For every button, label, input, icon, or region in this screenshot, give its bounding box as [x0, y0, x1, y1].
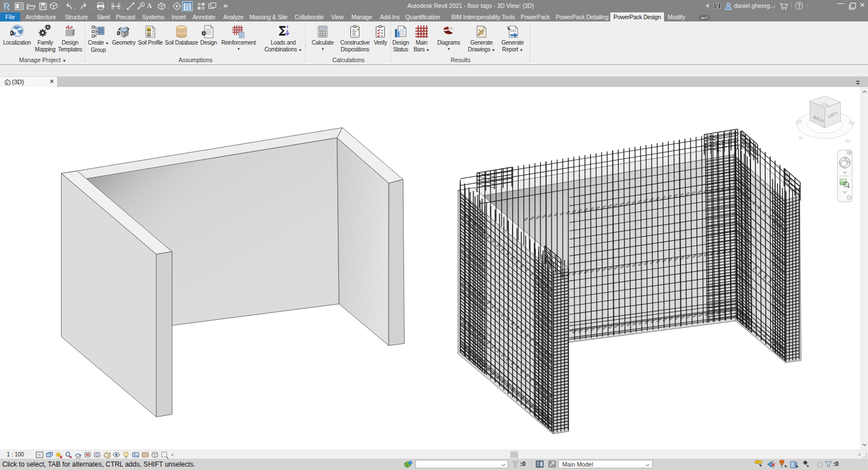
svg-text:0: 0: [141, 3, 143, 6]
svg-text:W: W: [844, 137, 852, 145]
svg-text:N: N: [797, 134, 804, 141]
